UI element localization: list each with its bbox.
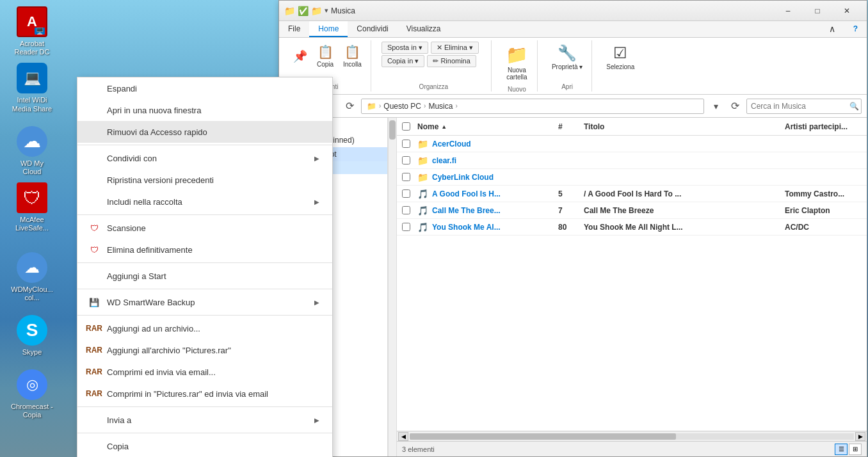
ctx-apri-nuova[interactable]: Apri in una nuova finestra: [77, 99, 332, 121]
desktop-icon-chromecast[interactable]: ◎ Chromecast -Copia: [6, 369, 58, 419]
breadcrumb-musica[interactable]: Musica: [428, 102, 453, 111]
dropdown-button[interactable]: ▾: [708, 99, 723, 114]
ribbon-collapse-button[interactable]: ∧: [820, 21, 844, 37]
left-panel-scrollbar-thumb: [389, 120, 396, 140]
breadcrumb[interactable]: 📁 › Questo PC › Musica ›: [361, 99, 704, 114]
minimize-button[interactable]: –: [773, 1, 803, 21]
breadcrumb-questo-pc[interactable]: Questo PC: [383, 102, 421, 111]
num-col-header[interactable]: #: [558, 122, 584, 131]
ctx-aggiungi-start[interactable]: Aggiungi a Start: [77, 265, 332, 287]
tab-file[interactable]: File: [279, 21, 309, 37]
search-input[interactable]: [751, 102, 847, 111]
column-headers: Nome ▲ # Titolo Artisti partecipi...: [397, 118, 867, 136]
horizontal-scroll-track[interactable]: [410, 433, 854, 440]
horizontal-scrollbar[interactable]: ◀ ▶: [397, 431, 867, 441]
desktop-icon-acrobat[interactable]: A 🖥️ AcrobatReader DC: [6, 6, 58, 56]
desktop-icon-wd[interactable]: ☁ WD MyCloud: [6, 126, 58, 176]
goodfool-artist: Tommy Castro...: [785, 189, 862, 198]
pin-button[interactable]: 📌: [289, 47, 311, 66]
ctx-scansione[interactable]: 🛡 Scansione: [77, 217, 332, 239]
youshook-num: 80: [558, 223, 584, 232]
help-button[interactable]: ?: [844, 21, 867, 37]
artist-col-header[interactable]: Artisti partecipi...: [785, 122, 862, 131]
num-col-label: #: [558, 122, 563, 131]
ctx-condividi[interactable]: Condividi con ▶: [77, 147, 332, 169]
title-col-label: Titolo: [584, 122, 604, 131]
main-area: Preferiti 📌 Preferiti (pinned) 📷 Screens…: [279, 118, 867, 456]
ctx-elimina-def[interactable]: 🛡 Elimina definitivamente: [77, 239, 332, 261]
music-icon-callme: 🎵: [417, 205, 428, 216]
maximize-button[interactable]: □: [803, 1, 832, 21]
table-row[interactable]: 📁 CyberLink Cloud: [397, 169, 867, 186]
table-row[interactable]: 📁 clear.fi: [397, 152, 867, 169]
left-panel-scrollbar[interactable]: [388, 118, 397, 456]
table-row[interactable]: 🎵 A Good Fool Is H... 5 / A Good Fool Is…: [397, 186, 867, 202]
ctx-espandi[interactable]: Espandi: [77, 77, 332, 99]
comprimi-pictures-email-label: Comprimi in "Pictures.rar" ed invia via …: [107, 389, 268, 399]
scroll-left-button[interactable]: ◀: [398, 432, 408, 441]
organize-group-label: Organizza: [419, 83, 449, 90]
tiles-view-button[interactable]: ⊞: [849, 444, 862, 455]
tab-home[interactable]: Home: [309, 21, 348, 37]
address-refresh-button[interactable]: ⟳: [727, 99, 743, 114]
clearfi-checkbox[interactable]: [402, 156, 410, 164]
desktop-icon-mcafee[interactable]: 🛡 McAfeeLiveSafe...: [6, 182, 58, 232]
paste-button[interactable]: 📋 Incolla: [339, 42, 366, 70]
copy-icon: 📋: [317, 44, 334, 60]
row-check-youshook: [402, 223, 417, 231]
wd-smartware-arrow: ▶: [314, 299, 319, 306]
ctx-ripristina[interactable]: Ripristina versioni precedenti: [77, 169, 332, 191]
refresh-button[interactable]: ⟳: [342, 99, 357, 114]
tab-view[interactable]: Visualizza: [398, 21, 450, 37]
youshook-checkbox[interactable]: [402, 223, 410, 231]
table-row[interactable]: 🎵 You Shook Me Al... 80 You Shook Me All…: [397, 219, 867, 236]
cyberlink-checkbox[interactable]: [402, 173, 410, 181]
pin-icon: 📌: [293, 49, 307, 63]
ctx-aggiungi-pictures[interactable]: RAR Aggiungi all'archivio "Pictures.rar": [77, 339, 332, 361]
espandi-icon: [88, 82, 100, 95]
ctx-aggiungi-archivio[interactable]: RAR Aggiungi ad un archivio...: [77, 317, 332, 339]
tab-share[interactable]: Condividi: [348, 21, 397, 37]
file-name-callme: 🎵 Call Me The Bree...: [417, 205, 558, 216]
table-row[interactable]: 🎵 Call Me The Bree... 7 Call Me The Bree…: [397, 202, 867, 219]
seleziona-button[interactable]: ☑ Seleziona: [602, 42, 638, 73]
proprieta-button[interactable]: 🔧 Proprietà ▾: [548, 42, 586, 73]
sposta-button[interactable]: Sposta in ▾: [382, 42, 428, 54]
ctx-wd-smartware[interactable]: 💾 WD SmartWare Backup ▶: [77, 291, 332, 313]
espandi-label: Espandi: [107, 84, 137, 93]
scroll-right-button[interactable]: ▶: [855, 432, 865, 441]
callme-num: 7: [558, 206, 584, 215]
context-menu: Espandi Apri in una nuova finestra Rimuo…: [77, 77, 333, 457]
row-check-goodfool: [402, 189, 417, 198]
elimina-button[interactable]: ✕ Elimina ▾: [431, 42, 479, 54]
ribbon-group-seleziona: ☑ Seleziona: [597, 40, 643, 92]
copy-button[interactable]: 📋 Copia: [312, 42, 338, 70]
acercloud-checkbox[interactable]: [402, 140, 410, 148]
ctx-includi[interactable]: Includi nella raccolta ▶: [77, 191, 332, 212]
callme-checkbox[interactable]: [402, 206, 410, 214]
title-col-header[interactable]: Titolo: [584, 122, 785, 131]
goodfool-checkbox[interactable]: [402, 189, 410, 198]
desktop-icon-skype[interactable]: S Skype: [6, 315, 58, 357]
select-all-checkbox[interactable]: [402, 122, 410, 131]
details-view-button[interactable]: ☰: [835, 444, 848, 455]
ctx-sep-4: [77, 289, 332, 289]
folder-icon-cyberlink: 📁: [417, 172, 428, 182]
desktop-icon-wdcloud[interactable]: ☁ WDMyCIou...col...: [6, 252, 58, 302]
table-row[interactable]: 📁 AcerCloud: [397, 136, 867, 152]
ctx-invia-a[interactable]: Invia a ▶: [77, 409, 332, 431]
desktop-icon-intel[interactable]: 💻 Intel WiDiMedia Share: [6, 63, 58, 113]
nuova-cartella-button[interactable]: 📁 Nuovacartella: [502, 42, 532, 83]
copia-in-button[interactable]: Copia in ▾: [382, 55, 424, 67]
name-col-header[interactable]: Nome ▲: [417, 122, 558, 131]
ctx-comprimi-email[interactable]: RAR Comprimi ed invia via email...: [77, 361, 332, 383]
ctx-sep-2: [77, 214, 332, 215]
close-button[interactable]: ✕: [832, 1, 862, 21]
ctx-copia[interactable]: Copia: [77, 435, 332, 457]
wd-icon: ☁: [17, 126, 47, 157]
ctx-rimuovi[interactable]: Rimuovi da Accesso rapido: [77, 121, 332, 143]
ctx-comprimi-pictures-email[interactable]: RAR Comprimi in "Pictures.rar" ed invia …: [77, 383, 332, 405]
rinomina-button[interactable]: ✏ Rinomina: [427, 55, 476, 67]
clearfi-label: clear.fi: [432, 156, 456, 165]
explorer-window: 📁 ✅ 📁 ▾ Musica – □ ✕ File Home Condividi…: [278, 0, 867, 457]
